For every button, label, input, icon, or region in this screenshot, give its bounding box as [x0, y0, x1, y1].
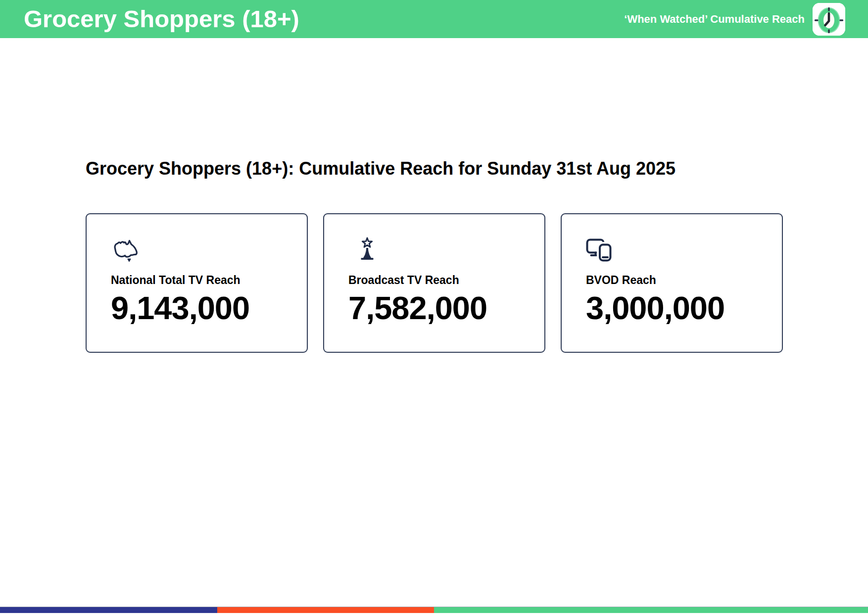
kpi-card-broadcast-tv-reach: Broadcast TV Reach 7,582,000 [323, 213, 545, 353]
kpi-value: 9,143,000 [111, 292, 292, 324]
australia-map-icon [111, 237, 292, 264]
kpi-card-national-total-tv-reach: National Total TV Reach 9,143,000 [86, 213, 308, 353]
header-subtitle: ‘When Watched’ Cumulative Reach [624, 13, 805, 26]
clock-logo-icon [813, 3, 845, 36]
section-heading: Grocery Shoppers (18+): Cumulative Reach… [86, 158, 868, 179]
footer-accent-bar [0, 607, 868, 613]
footer-segment-orange [217, 607, 434, 613]
monitor-smartphone-icon [586, 237, 767, 264]
kpi-value: 7,582,000 [348, 292, 530, 324]
kpi-value: 3,000,000 [586, 292, 767, 324]
footer-segment-green [434, 607, 868, 613]
report-body: Grocery Shoppers (18+): Cumulative Reach… [0, 158, 868, 353]
footer-segment-navy [0, 607, 217, 613]
page-title: Grocery Shoppers (18+) [24, 7, 299, 31]
broadcast-tower-icon [359, 237, 530, 264]
header-right-group: ‘When Watched’ Cumulative Reach [624, 3, 845, 36]
kpi-card-bvod-reach: BVOD Reach 3,000,000 [561, 213, 783, 353]
kpi-label: Broadcast TV Reach [348, 274, 530, 286]
kpi-label: National Total TV Reach [111, 274, 292, 286]
kpi-label: BVOD Reach [586, 274, 767, 286]
kpi-cards-row: National Total TV Reach 9,143,000 Broadc… [86, 213, 868, 353]
header-bar: Grocery Shoppers (18+) ‘When Watched’ Cu… [0, 0, 868, 38]
